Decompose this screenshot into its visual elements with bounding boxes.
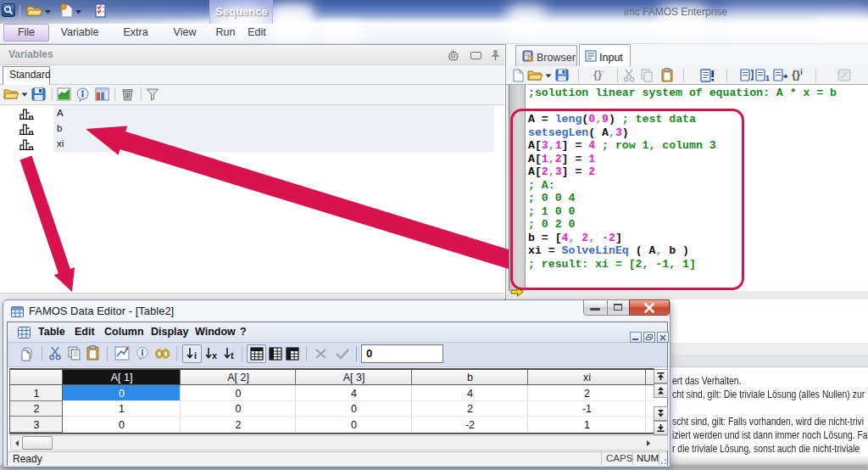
svg-text:1: 1 bbox=[765, 74, 770, 82]
svg-text:t: t bbox=[231, 350, 234, 361]
svg-text:x: x bbox=[212, 350, 218, 361]
svg-text:i: i bbox=[194, 350, 197, 361]
